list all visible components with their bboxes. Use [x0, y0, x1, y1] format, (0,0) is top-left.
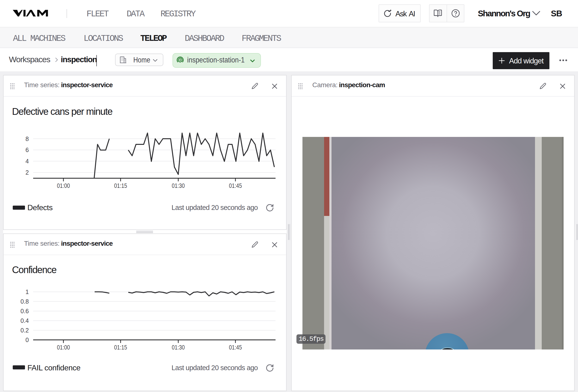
svg-text:01:15: 01:15	[114, 344, 127, 351]
svg-text:0.8: 0.8	[20, 298, 29, 305]
svg-text:01:45: 01:45	[229, 182, 242, 189]
svg-text:8: 8	[25, 136, 29, 142]
svg-text:4: 4	[25, 158, 29, 164]
svg-text:0: 0	[25, 337, 29, 343]
svg-text:0.4: 0.4	[20, 317, 29, 324]
svg-text:01:30: 01:30	[172, 182, 185, 189]
svg-text:2: 2	[25, 169, 29, 176]
svg-text:1: 1	[25, 289, 29, 295]
svg-text:01:30: 01:30	[172, 344, 185, 351]
svg-text:0.2: 0.2	[20, 327, 29, 334]
svg-text:01:00: 01:00	[57, 182, 70, 189]
svg-text:01:15: 01:15	[114, 182, 127, 189]
svg-text:01:45: 01:45	[229, 344, 242, 351]
svg-text:6: 6	[25, 147, 29, 153]
svg-text:0.6: 0.6	[20, 308, 29, 314]
svg-text:01:00: 01:00	[57, 344, 70, 351]
